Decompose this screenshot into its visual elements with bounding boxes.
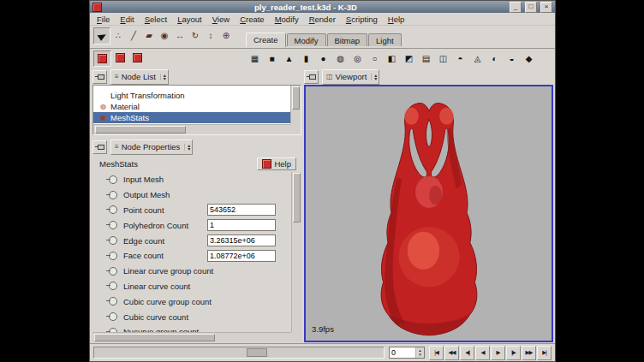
create-mode-button[interactable]	[112, 50, 128, 65]
primitive-button[interactable]: ◎	[349, 51, 366, 66]
property-value-input[interactable]	[207, 234, 276, 246]
viewport-panel-selector[interactable]: ◫ Viewport ▴▾	[322, 69, 379, 85]
node-list-items[interactable]: Light Transformation ◍ Material ▣ MeshSt…	[93, 86, 290, 124]
tool-button[interactable]: ▰	[141, 27, 157, 43]
primitive-button[interactable]: ○	[367, 51, 383, 66]
transport-button[interactable]: ▶	[491, 346, 505, 360]
tool-button[interactable]: ◉	[157, 27, 172, 43]
primitive-button[interactable]: ●	[315, 51, 331, 66]
menu-item[interactable]: View	[207, 15, 235, 24]
connector-plug-icon[interactable]	[106, 205, 118, 214]
connector-plug-icon[interactable]	[106, 252, 118, 260]
primitive-icon: ◬	[474, 54, 481, 63]
connector-plug-icon[interactable]	[106, 282, 118, 290]
primitive-button[interactable]: ◍	[332, 51, 349, 66]
tool-button[interactable]: ∴	[110, 27, 126, 43]
primitive-button[interactable]: ◆	[521, 51, 537, 66]
node-list-item[interactable]: ▣ MeshStats	[93, 112, 290, 123]
panel-pin-button[interactable]	[304, 70, 319, 84]
transport-button[interactable]: ◀|	[460, 346, 474, 360]
property-value-input[interactable]	[207, 204, 276, 216]
transport-button[interactable]: ◀◀	[444, 346, 459, 360]
frame-number-input[interactable]	[390, 347, 415, 358]
node-list-item[interactable]: ◍ Material	[93, 101, 290, 112]
scrollbar-thumb[interactable]	[293, 173, 301, 223]
toolshelf-tab[interactable]: Bitmap	[327, 33, 368, 46]
properties-vertical-scrollbar[interactable]	[291, 172, 301, 332]
primitive-button[interactable]: ▦	[247, 51, 263, 66]
transport-button[interactable]: ▶|	[537, 346, 552, 360]
primitive-button[interactable]: ◬	[469, 51, 486, 66]
maximize-button[interactable]: □	[525, 2, 537, 13]
node-list-vertical-scrollbar[interactable]	[290, 86, 301, 124]
property-value-input[interactable]	[207, 250, 276, 262]
scrollbar-thumb[interactable]	[292, 86, 300, 110]
help-button[interactable]: Help	[257, 157, 296, 170]
node-list-item[interactable]: Light Transformation	[93, 90, 290, 101]
menu-item[interactable]: Select	[140, 15, 172, 24]
connector-plug-icon[interactable]	[106, 191, 118, 199]
create-mode-button[interactable]	[93, 50, 111, 67]
primitive-button[interactable]: ◫	[435, 51, 451, 66]
playback-controls: |◀ ◀◀ ◀| ◀ ▶ |▶ ▶▶ ▶|	[429, 346, 552, 360]
primitive-button[interactable]: ▮	[298, 51, 314, 66]
menu-item[interactable]: Render	[304, 15, 341, 24]
toolshelf-tab[interactable]: Light	[368, 33, 402, 46]
properties-horizontal-scrollbar[interactable]	[92, 332, 291, 342]
tool-button[interactable]: ↕	[203, 27, 218, 43]
connector-plug-icon[interactable]	[106, 221, 118, 229]
connector-plug-icon[interactable]	[106, 312, 118, 321]
toolshelf-tab[interactable]: Create	[246, 33, 286, 47]
transport-button[interactable]: |▶	[506, 346, 521, 360]
buddha-mesh[interactable]	[365, 91, 493, 342]
connector-plug-icon[interactable]	[106, 267, 118, 276]
menu-item[interactable]: Create	[235, 15, 270, 24]
k3d-help-icon	[262, 159, 271, 169]
primitive-button[interactable]: ▤	[418, 51, 434, 66]
transport-button[interactable]: ▶▶	[522, 346, 536, 360]
primitive-button[interactable]: ◐	[486, 51, 503, 66]
primitive-button[interactable]: ◒	[504, 51, 520, 66]
minimize-button[interactable]: _	[510, 2, 522, 13]
primitive-buttons: ▦ ■ ▲ ▮ ●	[247, 51, 537, 66]
connector-plug-icon[interactable]	[106, 297, 118, 306]
timeline-slider[interactable]	[93, 347, 385, 359]
tool-button[interactable]: ↔	[172, 27, 188, 43]
tool-button[interactable]: ⊕	[218, 27, 234, 43]
menu-item[interactable]: Help	[383, 15, 410, 24]
scrollbar-thumb[interactable]	[95, 126, 186, 134]
primitive-button[interactable]: ◧	[384, 51, 400, 66]
primitive-button[interactable]: ■	[264, 51, 280, 66]
spinbox-arrows-icon[interactable]: ▴▾	[415, 347, 424, 358]
tool-button[interactable]: ↻	[188, 27, 203, 43]
connector-plug-icon[interactable]	[106, 175, 118, 184]
primitive-button[interactable]: ◓	[452, 51, 468, 66]
connector-plug-icon[interactable]	[106, 236, 118, 245]
viewport-3d[interactable]: 3.9fps	[304, 85, 553, 342]
transport-button[interactable]: ◀	[475, 346, 490, 360]
primitive-button[interactable]: ▲	[281, 51, 297, 66]
tool-button[interactable]: ╱	[126, 27, 141, 43]
node-list-horizontal-scrollbar[interactable]	[93, 124, 290, 134]
tool-button[interactable]	[93, 27, 110, 45]
property-value-input[interactable]	[207, 219, 276, 231]
panel-pin-button[interactable]	[92, 70, 107, 84]
primitive-button[interactable]: ◩	[401, 51, 417, 66]
scrollbar-thumb[interactable]	[94, 334, 215, 341]
timeline-thumb[interactable]	[247, 348, 267, 357]
close-button[interactable]: ×	[540, 2, 552, 13]
menu-item[interactable]: Modify	[270, 15, 304, 24]
create-mode-button[interactable]	[129, 50, 146, 65]
panel-pin-button[interactable]	[92, 140, 107, 154]
toolshelf-tab[interactable]: Modify	[287, 33, 326, 46]
letterbox-background: ply_reader_test.k3d - K-3D _ □ × File Ed…	[0, 0, 644, 362]
menu-item[interactable]: File	[92, 15, 115, 24]
menu-item[interactable]: Scripting	[341, 15, 383, 24]
node-properties-panel-selector[interactable]: ≡ Node Properties ▴▾	[110, 139, 193, 155]
menu-item[interactable]: Layout	[172, 15, 207, 24]
title-bar[interactable]: ply_reader_test.k3d - K-3D _ □ ×	[90, 1, 555, 13]
node-list-panel-selector[interactable]: ≡ Node List ▴▾	[110, 69, 169, 85]
panel-selector-label: Viewport	[336, 72, 367, 81]
menu-item[interactable]: Edit	[115, 15, 139, 24]
transport-button[interactable]: |◀	[429, 346, 444, 360]
